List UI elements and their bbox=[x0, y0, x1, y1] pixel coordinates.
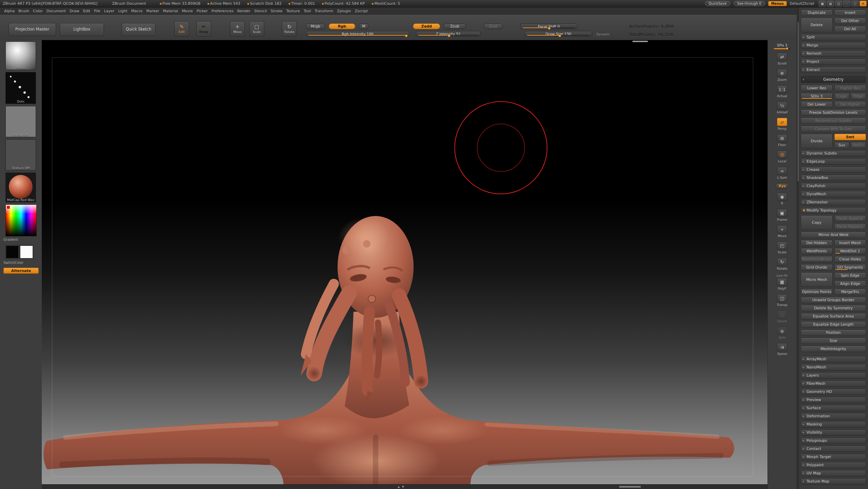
rgb-toggle[interactable]: Rgb bbox=[329, 23, 355, 29]
current-brush-thumbnail[interactable]: Move bbox=[5, 41, 36, 70]
mirror-and-weld-button[interactable]: Mirror And Weld bbox=[801, 232, 866, 238]
gradient-label[interactable]: Gradient bbox=[3, 238, 18, 241]
geometry-subsection-crease[interactable]: Crease bbox=[801, 166, 866, 173]
menu-zscript[interactable]: Zscript bbox=[355, 9, 368, 13]
menu-stroke[interactable]: Stroke bbox=[271, 9, 283, 13]
grid-divide-button[interactable]: Grid Divide bbox=[801, 264, 833, 271]
mode-button-move[interactable]: + Move bbox=[230, 21, 245, 37]
spin-edge-button[interactable]: Spin Edge bbox=[834, 272, 866, 279]
window-icon-divider[interactable]: ◫ bbox=[835, 1, 842, 6]
secondary-color-swatch[interactable] bbox=[20, 245, 33, 259]
insert-button[interactable]: Insert bbox=[834, 10, 866, 16]
welddist-slider[interactable]: WeldDist 1 bbox=[834, 248, 866, 254]
reconstruct-subdiv-button[interactable]: Reconstruct Subdiv bbox=[801, 117, 866, 124]
current-alpha-thumbnail[interactable]: Alpha Off bbox=[5, 106, 36, 137]
menu-document[interactable]: Document bbox=[47, 9, 66, 13]
main-color-swatch[interactable] bbox=[5, 245, 19, 259]
subtool-group-split[interactable]: Split bbox=[801, 34, 866, 40]
menu-zplugin[interactable]: Zplugin bbox=[337, 9, 351, 13]
palette-section-texture-map[interactable]: Texture Map bbox=[801, 478, 866, 485]
del-lower-button[interactable]: Del Lower bbox=[801, 101, 833, 108]
geometry-section-header[interactable]: Geometry bbox=[801, 76, 866, 83]
tray-toggle-arrows-icon[interactable] bbox=[398, 485, 405, 488]
right-shelf-item-move[interactable]: + Move bbox=[768, 225, 796, 238]
cage-button[interactable]: Cage bbox=[834, 93, 850, 99]
right-shelf-item-xpose[interactable]: ⇉ Xpose bbox=[768, 343, 796, 356]
quick-sketch-button[interactable]: Quick Sketch bbox=[122, 23, 156, 36]
current-stroke-thumbnail[interactable]: Dots bbox=[5, 72, 36, 104]
align-edge-button[interactable]: Align Edge bbox=[834, 280, 866, 287]
menu-light[interactable]: Light bbox=[118, 9, 127, 13]
right-shelf-item-scroll[interactable]: ⇄ Scroll bbox=[768, 53, 796, 65]
slider-knob[interactable] bbox=[405, 34, 408, 37]
menu-picker[interactable]: Picker bbox=[197, 9, 208, 13]
right-shelf-item-transp[interactable]: ◫ Transp bbox=[768, 294, 796, 307]
right-shelf-item-aahalf[interactable]: ½ AAHalf bbox=[768, 102, 796, 114]
menu-file[interactable]: File bbox=[94, 9, 100, 13]
subtool-group-remesh[interactable]: Remesh bbox=[801, 50, 866, 57]
subtool-group-merge[interactable]: Merge bbox=[801, 42, 866, 49]
right-shelf-item-xyz[interactable]: Xyz bbox=[768, 183, 796, 189]
micro-mesh-button[interactable]: Micro Mesh bbox=[801, 272, 833, 287]
menu-brush[interactable]: Brush bbox=[18, 9, 29, 13]
copy-button[interactable]: Copy bbox=[801, 215, 833, 230]
delete-button[interactable]: Delete bbox=[801, 18, 833, 32]
palette-section-layers[interactable]: Layers bbox=[801, 372, 866, 379]
slider-knob[interactable] bbox=[448, 34, 451, 37]
palette-section-preview[interactable]: Preview bbox=[801, 397, 866, 403]
menu-preferences[interactable]: Preferences bbox=[212, 9, 234, 13]
suv-toggle[interactable]: Suv bbox=[834, 142, 850, 148]
window-icon-layout-grid[interactable]: ▦ bbox=[819, 1, 826, 6]
zadd-toggle[interactable]: Zadd bbox=[413, 23, 440, 29]
del-higher-button[interactable]: Del Higher bbox=[834, 101, 866, 108]
palette-section-contact[interactable]: Contact bbox=[801, 446, 866, 452]
palette-section-arraymesh[interactable]: ArrayMesh bbox=[801, 356, 866, 362]
lower-res-button[interactable]: Lower Res bbox=[801, 85, 833, 91]
lightbox-button[interactable]: LightBox bbox=[60, 23, 104, 36]
right-shelf-item-persp[interactable]: ▱ Persp bbox=[768, 118, 796, 130]
slider-knob[interactable] bbox=[558, 34, 561, 37]
menu-edit[interactable]: Edit bbox=[83, 9, 90, 13]
meshfrombrush-button[interactable]: MeshFromBrush bbox=[801, 256, 833, 262]
subtool-group-extract[interactable]: Extract bbox=[801, 67, 866, 73]
right-shelf-item-floor[interactable]: ⊞ Floor bbox=[768, 134, 796, 147]
duplicate-button[interactable]: Duplicate bbox=[801, 10, 833, 16]
mode-button-draw[interactable]: ✏ Draw bbox=[196, 21, 211, 37]
geometry-subsection-modify-topology[interactable]: Modify Topology bbox=[801, 207, 866, 214]
smt-toggle[interactable]: Smt bbox=[834, 134, 866, 140]
menu-color[interactable]: Color bbox=[33, 9, 43, 13]
geometry-subsection-dynamic-subdiv[interactable]: Dynamic Subdiv bbox=[801, 150, 866, 157]
color-picker[interactable] bbox=[5, 204, 37, 236]
zsub-toggle[interactable]: Zsub bbox=[444, 23, 466, 29]
rediv-button[interactable]: ReDiv bbox=[851, 142, 866, 148]
mrgb-toggle[interactable]: Mrgb bbox=[306, 23, 325, 29]
window-icon-panels[interactable]: ▤ bbox=[827, 1, 834, 6]
mode-button-rotate[interactable]: ↻ Rotate bbox=[282, 21, 297, 37]
del-hidden-button[interactable]: Del Hidden bbox=[801, 240, 833, 246]
right-shelf-item-solo[interactable]: ● Solo bbox=[768, 327, 796, 339]
m-toggle[interactable]: M bbox=[359, 23, 369, 29]
geometry-subsection-zremesher[interactable]: ZRemesher bbox=[801, 199, 866, 205]
switchcolor-button[interactable]: SwitchColor bbox=[3, 261, 23, 265]
divide-button[interactable]: Divide bbox=[801, 134, 833, 148]
palette-section-deformation[interactable]: Deformation bbox=[801, 413, 866, 419]
palette-section-polypaint[interactable]: Polypaint bbox=[801, 462, 866, 468]
focal-shift-slider[interactable]: Focal Shift 0 bbox=[520, 23, 578, 29]
default-zscript-button[interactable]: DefaultZScript bbox=[790, 2, 814, 5]
bottom-scrollbar-handle[interactable] bbox=[619, 486, 641, 488]
mode-button-scale[interactable]: ▢ Scale bbox=[249, 21, 264, 37]
geometry-subsection-shadowbox[interactable]: ShadowBox bbox=[801, 175, 866, 181]
right-shelf-item-frame[interactable]: ▣ Frame bbox=[768, 209, 796, 221]
right-shelf-item-actual[interactable]: 1:1 Actual bbox=[768, 85, 796, 98]
meshintegrity-section[interactable]: MeshIntegrity bbox=[801, 346, 866, 352]
higher-res-button[interactable]: Higher Res bbox=[834, 85, 866, 91]
equalize-edge-length-button[interactable]: Equalize Edge Length bbox=[801, 321, 866, 328]
tool-palette-scrollbar[interactable] bbox=[797, 7, 799, 489]
projection-master-button[interactable]: Projection Master bbox=[8, 23, 56, 36]
menu-render[interactable]: Render bbox=[237, 9, 250, 13]
del-other-button[interactable]: Del Other bbox=[834, 18, 866, 24]
menu-macro[interactable]: Macro bbox=[131, 9, 142, 13]
geometry-subsection-claypolish[interactable]: ClayPolish bbox=[801, 183, 866, 189]
menu-stencil[interactable]: Stencil bbox=[254, 9, 267, 13]
mode-button-edit[interactable]: ✎ Edit bbox=[174, 21, 189, 37]
